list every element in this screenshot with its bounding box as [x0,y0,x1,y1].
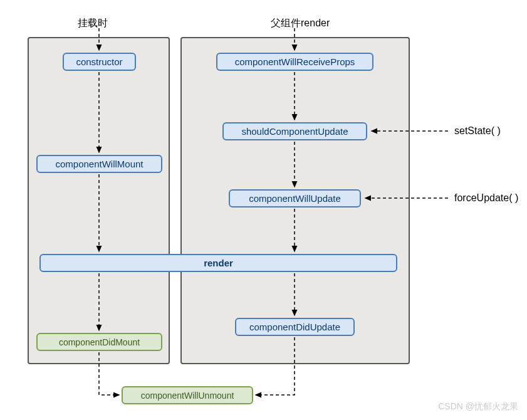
setstate-label: setState( ) [454,125,501,137]
render-node: render [39,254,397,272]
componentdidupdate-node: componentDidUpdate [235,318,355,336]
constructor-node: constructor [63,53,136,71]
componentwillunmount-node: componentWillUnmount [122,386,253,404]
componentwillupdate-node: componentWillUpdate [229,189,361,207]
updating-heading: 父组件render [271,17,330,30]
mounting-heading: 挂载时 [78,17,108,30]
mounting-container [28,37,170,364]
componentwillmount-node: componentWillMount [36,155,162,173]
componentwillreceiveprops-node: componentWillReceiveProps [216,53,373,71]
watermark-text: CSDN @忧郁火龙果 [438,401,518,412]
forceupdate-label: forceUpdate( ) [454,192,518,204]
shouldcomponentupdate-node: shouldComponentUpdate [222,122,367,140]
componentdidmount-node: componentDidMount [36,333,162,351]
